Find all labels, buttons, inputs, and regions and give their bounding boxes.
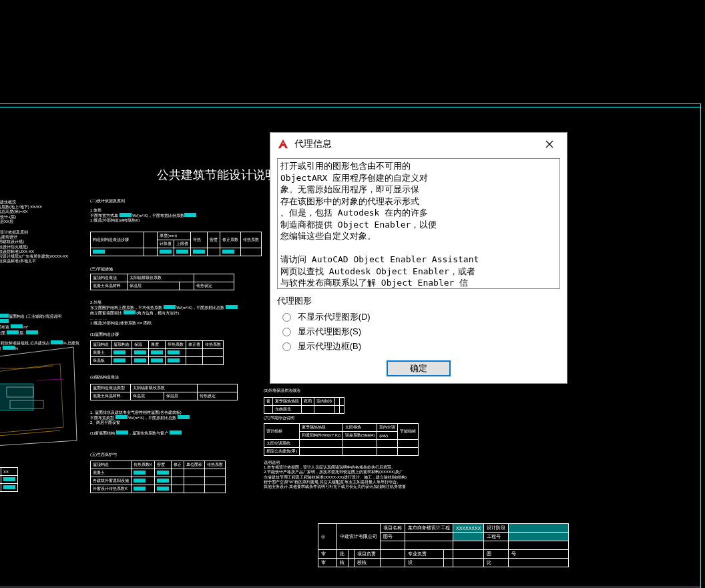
right-text-1: (3)外墙保温作法做法 [264, 388, 300, 393]
proxy-graphics-group: 代理图形 不显示代理图形(D) 显示代理图形(S) 显示代理边框(B) [277, 295, 560, 354]
proxy-info-text[interactable] [277, 158, 560, 289]
table-5: 屋顶构造传热系数K密度修正单位面积传热系数 混凝土 各建筑外窗遮阳设施 外窗设计… [90, 461, 226, 493]
section-4-text: (1)屋面构造步骤 [90, 332, 119, 337]
section-left-2: (二)设计依据及原则 公共建筑设计(民用建筑设计规)(建筑设计防火规范)(建筑设… [0, 230, 80, 264]
section-left: (一)建筑概况 建筑层数(地上/地下) XX/XX建筑总高度(米)=XXXX-设… [0, 200, 80, 224]
radio-show-bbox[interactable]: 显示代理边框(B) [277, 339, 560, 354]
radio-show-bbox-input[interactable] [282, 342, 291, 351]
radio-hide-proxy[interactable]: 不显示代理图形(D) [277, 310, 560, 324]
dialog-body: 代理图形 不显示代理图形(D) 显示代理图形(S) 显示代理边框(B) 确定 [270, 156, 567, 383]
table-7: 设计指标夏季隔热热阻太阳得热室内空调节能指标 和遮阳构件(W/(m².K))误差… [264, 423, 419, 456]
table-6: 窗夏季隔热热阻夜间室内制冷 东南西北 [264, 397, 344, 414]
proxy-info-dialog: 代理信息 代理图形 不显示代理图形(D) 显示代理图形(S) [270, 132, 567, 384]
close-button[interactable] [535, 134, 564, 154]
table-2: 屋顶构造做法太阳辐射吸收系数 混凝土保温材料保温层传热设定 [90, 274, 234, 290]
subsection-2: 2.外墙 东立面围护结构上面系数，平均传热系数 W/(m².K)，平面放射比总数… [90, 300, 264, 326]
notes: 说明说明 1.本专项设计依据国，设计人员应认真阅读说明中的各项条款执行后填写。 … [264, 461, 484, 489]
subsection-1: 1.体形 平面布置方式单 W/(m².K)，平面布置比例系数 1.概况(外部构造… [90, 208, 196, 224]
close-icon [545, 140, 553, 148]
ok-button[interactable]: 确定 [387, 360, 451, 376]
section-4b: (2)隔热构造做法 [90, 375, 119, 380]
table-3: 屋顶构造屋顶构造保温厚度导热系数修正值传热系数 混凝土 保温板 [90, 340, 224, 365]
table-1: 构造到构造做法步骤厚度(mm)导热密度修正系数传热系数 计算值上限值 [90, 232, 262, 256]
radio-show-proxy-input[interactable] [282, 328, 291, 336]
title-block: ◎ 中建设计有限公司 项目名称 某市商务楼设计工程 XXXXXXXX 设计阶段 … [318, 523, 569, 567]
dialog-title: 代理信息 [294, 138, 535, 150]
table-left-small: 传热系数XX [0, 467, 18, 492]
section-3: (三)节能措施 [90, 267, 113, 272]
dialog-titlebar[interactable]: 代理信息 [270, 133, 567, 156]
radio-hide-proxy-input[interactable] [282, 313, 291, 322]
site-plan [0, 334, 80, 454]
section-2-header: (二)设计依据及原则 [90, 199, 257, 204]
misc-text-1: 1. 屋面排水及建筑专业气密性刚性屋面(含各建筑板) 平面布置类型 W/(m².… [90, 410, 264, 436]
table-4: 屋面构造做法类型太阳辐射吸收系数 混凝土保温材料保温层保温层传热设定 [90, 384, 238, 400]
svg-line-3 [37, 379, 63, 380]
section-5: (五)生态保护与 [90, 453, 117, 457]
autocad-icon [277, 138, 289, 150]
left-text-3: 1.屋面构造 (工业辅助) 情况说明 2. 平面布置 m² 东立面 层: 1.工… [0, 314, 80, 351]
group-legend: 代理图形 [277, 295, 560, 307]
radio-show-proxy[interactable]: 显示代理图形(S) [277, 324, 560, 339]
section-6: (六)节能综合说明 [264, 416, 294, 420]
